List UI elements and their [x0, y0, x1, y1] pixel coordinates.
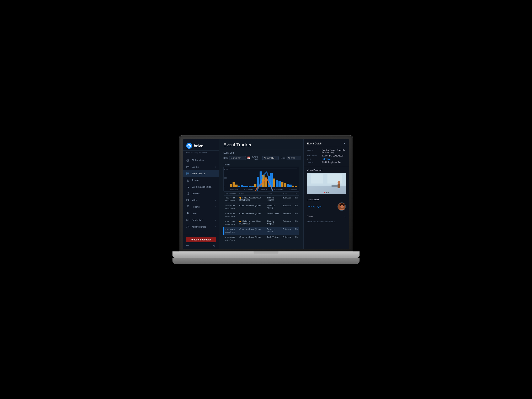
sidebar: brivo Brivo Access | 20200924 — [183, 139, 219, 249]
sidebar-item-administrators[interactable]: Administrators ▸ — [183, 223, 219, 230]
chart-container: 1000 500 0 09/28/2020 — [223, 167, 299, 192]
user-avatar — [337, 203, 346, 211]
y-label-500: 500 — [224, 177, 228, 179]
cell-device-2: 6th — [293, 211, 299, 219]
activate-lockdown-button[interactable]: Activate Lockdown — [186, 237, 216, 242]
chart-section: Trends 1000 500 0 — [219, 164, 304, 192]
chart-title: Trends — [223, 164, 299, 166]
chart-bar-15 — [270, 173, 273, 187]
chart-bar-8 — [252, 186, 254, 187]
sidebar-item-global-view[interactable]: Global View — [183, 157, 219, 164]
user-details-section: User Details Dorothy Taylor — [304, 196, 349, 213]
events-icon — [186, 165, 190, 169]
date-filter-select[interactable]: Current day — [229, 156, 246, 160]
video-thumbnail[interactable]: ⛶ — [307, 173, 346, 194]
cell-user-5: Andy Vickers — [265, 235, 281, 243]
table-row[interactable]: 4:28:30 PM09/29/2020 Open the device (do… — [224, 211, 299, 219]
brivo-logo-icon — [186, 143, 192, 149]
sidebar-logo: brivo — [183, 139, 219, 151]
reports-arrow-icon: ▸ — [215, 206, 216, 208]
video-dot-1 — [324, 192, 325, 193]
table-row[interactable]: 4:28:04 PM09/29/2020 Open the device (do… — [224, 227, 299, 235]
notes-title: Notes — [307, 215, 313, 218]
chart-bar-23 — [292, 186, 294, 187]
sidebar-item-event-classification[interactable]: Event Classification — [183, 184, 219, 190]
svg-point-35 — [338, 181, 340, 184]
table-row[interactable]: 4:28:46 PM09/29/2020 Failed Access: User… — [224, 196, 299, 203]
cell-timestamp-5: 4:27:56 PM09/29/2020 — [224, 235, 238, 243]
date-filter-label: Date — [223, 157, 228, 159]
sites-filter-select[interactable]: All sites — [287, 156, 301, 160]
notes-header: Notes + — [307, 215, 346, 219]
sidebar-item-journal[interactable]: Journal — [183, 177, 219, 184]
cell-device-0: 6th — [293, 196, 299, 203]
event-dot-failed — [239, 197, 241, 199]
timestamp-label: TIMESTAMP: — [307, 155, 320, 157]
cell-device-4: 6th — [293, 227, 299, 235]
cell-site-0: Bethesda — [281, 196, 293, 203]
col-user: User — [265, 192, 281, 196]
site-link[interactable]: Bethesda — [322, 158, 330, 160]
chart-bars — [230, 169, 297, 187]
video-playback-section: Video Playback — [304, 167, 349, 196]
add-note-button[interactable]: + — [344, 215, 346, 219]
col-event: Event — [238, 192, 265, 196]
table-row[interactable]: 4:28:13 PM09/29/2020 Failed Access: User… — [224, 219, 299, 227]
event-row: EVENT: Dorothy Taylor - Open the device … — [307, 149, 346, 154]
svg-point-29 — [188, 226, 189, 227]
brand-name: brivo — [194, 144, 203, 148]
cell-event-5: Open the device (door) — [238, 235, 265, 243]
sidebar-item-event-tracker-label: Event Tracker — [192, 172, 206, 175]
event-classification-icon — [186, 185, 190, 189]
sites-filter-label: Sites — [281, 157, 285, 159]
sidebar-item-video[interactable]: Video ▸ — [183, 197, 219, 203]
settings-icon[interactable]: ⚙ — [213, 244, 216, 247]
sidebar-item-credentials-label: Credentials — [192, 219, 203, 221]
more-options-icon[interactable]: ••• — [186, 244, 189, 247]
sidebar-item-video-label: Video — [192, 199, 197, 201]
site-row: SITE: Bethesda — [307, 158, 346, 160]
close-panel-button[interactable]: ✕ — [343, 142, 346, 145]
svg-rect-20 — [187, 206, 189, 208]
sidebar-item-users[interactable]: Users — [183, 210, 219, 217]
chart-bar-16 — [273, 178, 275, 187]
table-row[interactable]: 4:27:56 PM09/29/2020 Open the device (do… — [224, 235, 299, 243]
chart-bar-18 — [279, 181, 281, 187]
chart-bar-10 — [257, 177, 259, 187]
journal-icon — [186, 178, 190, 182]
laptop-base — [172, 252, 360, 258]
video-playback-title: Video Playback — [307, 169, 346, 171]
chart-bar-9 — [254, 184, 256, 187]
user-row: Dorothy Taylor — [307, 203, 346, 211]
event-types-filter-select[interactable]: All event types — [262, 156, 279, 160]
sidebar-subtitle: Brivo Access | 20200924 — [183, 151, 219, 155]
col-device: De — [293, 192, 299, 196]
sites-filter-group: Sites All sites — [281, 156, 301, 160]
sidebar-item-reports[interactable]: Reports ▸ — [183, 203, 219, 210]
sidebar-bottom: Activate Lockdown ••• ⚙ — [183, 235, 219, 249]
table-row[interactable]: 4:28:39 PM09/29/2020 Open the device (do… — [224, 203, 299, 211]
chart-bar-19 — [281, 182, 284, 187]
video-expand-icon[interactable]: ⛶ — [343, 191, 345, 193]
svg-point-25 — [187, 220, 188, 221]
panel-header: Event Detail ✕ — [304, 139, 349, 147]
sidebar-item-events[interactable]: Events ▸ — [183, 164, 219, 170]
x-label-4: 6:00:00 PM — [274, 189, 283, 191]
calendar-icon[interactable]: 📅 — [247, 157, 250, 159]
chart-bar-7 — [249, 186, 251, 187]
event-table: Timestamp Event User Site De 4:28:46 PM0… — [223, 192, 299, 243]
notes-empty-message: There are no notes at this time. — [307, 221, 346, 223]
chart-bar-21 — [287, 184, 289, 187]
event-log-label: Event Log — [223, 152, 299, 154]
svg-rect-5 — [187, 166, 189, 168]
sidebar-item-reports-label: Reports — [192, 206, 200, 208]
sidebar-item-event-tracker[interactable]: Event Tracker — [183, 170, 219, 177]
chart-bar-4 — [241, 185, 243, 187]
sidebar-item-credentials[interactable]: Credentials ▸ — [183, 217, 219, 223]
sidebar-item-devices[interactable]: Devices — [183, 190, 219, 197]
video-dot-3 — [328, 192, 329, 193]
chart-x-labels: 09/28/2020 6:00:00 AM 12:00:00 PM 6:00:0… — [230, 189, 297, 191]
user-name-link[interactable]: Dorothy Taylor — [307, 205, 322, 208]
device-value: 6th Fl. Employee Ent. — [322, 161, 346, 164]
chart-bar-17 — [276, 180, 278, 187]
